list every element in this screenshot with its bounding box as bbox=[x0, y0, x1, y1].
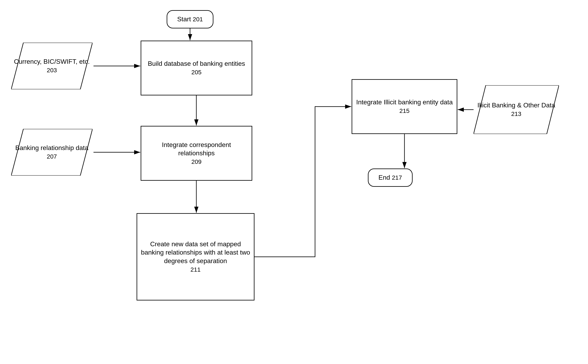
integrate-corr-shape: Integrate correspondent relationships 20… bbox=[141, 126, 252, 181]
illicit-data-shape: Illicit Banking & Other Data 213 bbox=[474, 85, 559, 134]
start-label: Start 201 bbox=[175, 13, 205, 26]
create-dataset-label: Create new data set of mapped banking re… bbox=[137, 238, 254, 276]
start-shape: Start 201 bbox=[167, 10, 214, 28]
banking-rel-label: Banking relationship data 207 bbox=[13, 142, 90, 162]
integrate-corr-label: Integrate correspondent relationships 20… bbox=[141, 139, 252, 168]
build-db-shape: Build database of banking entities 205 bbox=[141, 41, 252, 95]
integrate-illicit-shape: Integrate Illicit banking entity data 21… bbox=[352, 79, 457, 134]
create-dataset-shape: Create new data set of mapped banking re… bbox=[137, 213, 254, 300]
build-db-label: Build database of banking entities 205 bbox=[146, 58, 247, 78]
end-label: End 217 bbox=[376, 171, 404, 184]
end-shape: End 217 bbox=[368, 169, 413, 187]
currency-shape: Currency, BIC/SWIFT, etc. 203 bbox=[11, 43, 93, 89]
integrate-illicit-label: Integrate Illicit banking entity data 21… bbox=[354, 96, 455, 117]
banking-rel-shape: Banking relationship data 207 bbox=[11, 129, 93, 176]
diagram-container: Start 201 Build database of banking enti… bbox=[0, 0, 588, 364]
illicit-data-label: Illicit Banking & Other Data 213 bbox=[475, 99, 557, 120]
currency-label: Currency, BIC/SWIFT, etc. 203 bbox=[12, 55, 92, 76]
